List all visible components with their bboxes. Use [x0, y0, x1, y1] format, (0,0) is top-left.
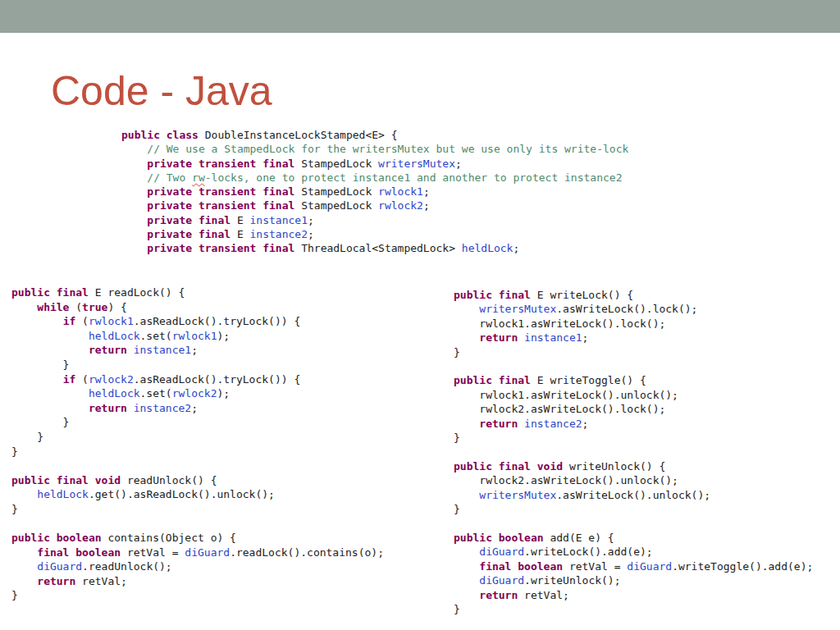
code-line: writersMutex.asWriteLock().unlock();: [454, 488, 813, 502]
code-line: }: [11, 358, 384, 372]
code-line: return instance2;: [11, 401, 384, 416]
code-line: }: [11, 588, 384, 603]
code-line: private transient final StampedLock rwlo…: [121, 199, 628, 212]
code-line: // Two rw-locks, one to protect instance…: [121, 171, 628, 185]
code-line: public class DoubleInstanceLockStamped<E…: [121, 128, 628, 142]
code-line: private transient final StampedLock rwlo…: [121, 185, 628, 199]
code-line: public boolean contains(Object o) {: [11, 531, 384, 546]
code-line: final boolean retVal = diGuard.writeTogg…: [454, 559, 813, 573]
code-line: diGuard.writeUnlock();: [454, 573, 813, 587]
code-line: }: [454, 502, 813, 516]
code-line: rwlock1.asWriteLock().unlock();: [454, 388, 813, 402]
code-line: rwlock2.asWriteLock().lock();: [454, 402, 813, 416]
code-line: }: [11, 502, 384, 517]
code-line: }: [11, 415, 384, 430]
code-line: private final E instance2;: [121, 227, 628, 241]
code-line: return retVal;: [11, 574, 384, 589]
code-line: }: [11, 430, 384, 445]
code-line: heldLock.get().asReadLock().unlock();: [11, 487, 384, 502]
code-line: [454, 517, 813, 531]
code-line: diGuard.readUnlock();: [11, 559, 384, 574]
code-line: private transient final ThreadLocal<Stam…: [121, 241, 628, 255]
code-line: if (rwlock2.asReadLock().tryLock()) {: [11, 372, 384, 387]
left-column-code: public final E readLock() { while (true)…: [11, 285, 384, 603]
code-line: if (rwlock1.asReadLock().tryLock()) {: [11, 314, 384, 329]
code-line: private final E instance1;: [121, 213, 628, 227]
class-declaration-code: public class DoubleInstanceLockStamped<E…: [121, 128, 628, 256]
code-line: heldLock.set(rwlock2);: [11, 386, 384, 401]
code-line: public final void readUnlock() {: [11, 473, 384, 488]
page-title: Code - Java: [51, 69, 272, 114]
code-line: [454, 445, 813, 459]
right-column-code: public final E writeLock() { writersMute…: [454, 288, 813, 616]
code-line: }: [454, 431, 813, 445]
code-line: public boolean add(E e) {: [454, 531, 813, 545]
code-line: while (true) {: [11, 300, 384, 315]
code-line: }: [454, 345, 813, 359]
code-line: }: [11, 445, 384, 459]
code-line: return instance1;: [11, 343, 384, 358]
code-line: }: [454, 602, 813, 616]
code-line: // We use a StampedLock for the writersM…: [121, 142, 628, 156]
code-line: writersMutex.asWriteLock().lock();: [454, 302, 813, 316]
code-line: public final void writeUnlock() {: [454, 459, 813, 473]
code-line: [11, 459, 384, 473]
code-line: return instance2;: [454, 417, 813, 431]
code-line: public final E writeLock() {: [454, 288, 813, 302]
code-line: public final E readLock() {: [11, 285, 384, 300]
code-line: return retVal;: [454, 588, 813, 602]
code-line: [11, 517, 384, 532]
code-line: public final E writeToggle() {: [454, 373, 813, 387]
code-line: diGuard.writeLock().add(e);: [454, 545, 813, 559]
code-line: return instance1;: [454, 331, 813, 345]
header-bar: [0, 0, 840, 33]
code-line: final boolean retVal = diGuard.readLock(…: [11, 546, 384, 560]
code-line: rwlock1.asWriteLock().lock();: [454, 317, 813, 331]
code-line: [454, 359, 813, 373]
code-line: rwlock2.asWriteLock().unlock();: [454, 473, 813, 487]
code-line: heldLock.set(rwlock1);: [11, 329, 384, 344]
code-line: private transient final StampedLock writ…: [121, 157, 628, 171]
